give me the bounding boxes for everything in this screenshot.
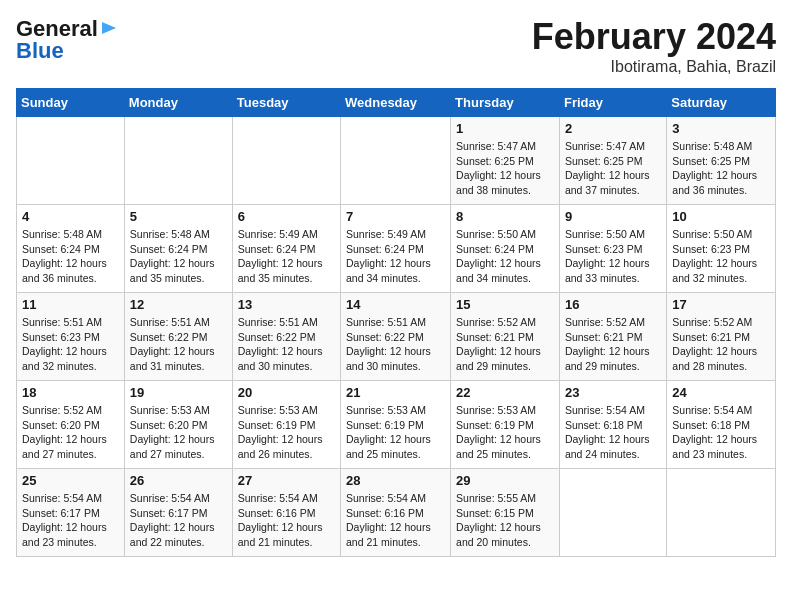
day-info: Sunrise: 5:53 AM Sunset: 6:19 PM Dayligh… (346, 403, 445, 462)
calendar-header-row: SundayMondayTuesdayWednesdayThursdayFrid… (17, 89, 776, 117)
calendar-cell: 15Sunrise: 5:52 AM Sunset: 6:21 PM Dayli… (451, 293, 560, 381)
day-of-week-header: Friday (559, 89, 666, 117)
day-number: 23 (565, 385, 661, 400)
svg-marker-0 (102, 22, 116, 34)
day-info: Sunrise: 5:54 AM Sunset: 6:18 PM Dayligh… (672, 403, 770, 462)
day-number: 19 (130, 385, 227, 400)
day-of-week-header: Sunday (17, 89, 125, 117)
calendar-cell: 29Sunrise: 5:55 AM Sunset: 6:15 PM Dayli… (451, 469, 560, 557)
day-number: 24 (672, 385, 770, 400)
day-info: Sunrise: 5:50 AM Sunset: 6:24 PM Dayligh… (456, 227, 554, 286)
day-info: Sunrise: 5:48 AM Sunset: 6:25 PM Dayligh… (672, 139, 770, 198)
calendar-week-row: 1Sunrise: 5:47 AM Sunset: 6:25 PM Daylig… (17, 117, 776, 205)
day-number: 21 (346, 385, 445, 400)
logo-arrow-icon (100, 19, 118, 37)
day-number: 20 (238, 385, 335, 400)
month-year-title: February 2024 (532, 16, 776, 58)
calendar-cell: 27Sunrise: 5:54 AM Sunset: 6:16 PM Dayli… (232, 469, 340, 557)
calendar-cell: 9Sunrise: 5:50 AM Sunset: 6:23 PM Daylig… (559, 205, 666, 293)
calendar-week-row: 25Sunrise: 5:54 AM Sunset: 6:17 PM Dayli… (17, 469, 776, 557)
day-info: Sunrise: 5:51 AM Sunset: 6:23 PM Dayligh… (22, 315, 119, 374)
day-info: Sunrise: 5:51 AM Sunset: 6:22 PM Dayligh… (346, 315, 445, 374)
day-of-week-header: Saturday (667, 89, 776, 117)
day-number: 3 (672, 121, 770, 136)
day-info: Sunrise: 5:52 AM Sunset: 6:21 PM Dayligh… (456, 315, 554, 374)
day-number: 16 (565, 297, 661, 312)
day-info: Sunrise: 5:51 AM Sunset: 6:22 PM Dayligh… (238, 315, 335, 374)
calendar-cell: 6Sunrise: 5:49 AM Sunset: 6:24 PM Daylig… (232, 205, 340, 293)
day-of-week-header: Wednesday (341, 89, 451, 117)
day-info: Sunrise: 5:54 AM Sunset: 6:16 PM Dayligh… (346, 491, 445, 550)
day-info: Sunrise: 5:55 AM Sunset: 6:15 PM Dayligh… (456, 491, 554, 550)
day-number: 12 (130, 297, 227, 312)
calendar-cell: 18Sunrise: 5:52 AM Sunset: 6:20 PM Dayli… (17, 381, 125, 469)
calendar-week-row: 18Sunrise: 5:52 AM Sunset: 6:20 PM Dayli… (17, 381, 776, 469)
calendar-cell: 1Sunrise: 5:47 AM Sunset: 6:25 PM Daylig… (451, 117, 560, 205)
logo: General Blue (16, 16, 118, 64)
day-of-week-header: Tuesday (232, 89, 340, 117)
calendar-cell (341, 117, 451, 205)
day-info: Sunrise: 5:49 AM Sunset: 6:24 PM Dayligh… (346, 227, 445, 286)
day-number: 25 (22, 473, 119, 488)
calendar-cell: 19Sunrise: 5:53 AM Sunset: 6:20 PM Dayli… (124, 381, 232, 469)
day-number: 13 (238, 297, 335, 312)
day-number: 2 (565, 121, 661, 136)
day-number: 15 (456, 297, 554, 312)
day-number: 27 (238, 473, 335, 488)
calendar-cell: 5Sunrise: 5:48 AM Sunset: 6:24 PM Daylig… (124, 205, 232, 293)
title-block: February 2024 Ibotirama, Bahia, Brazil (532, 16, 776, 76)
calendar-cell (124, 117, 232, 205)
calendar-cell: 4Sunrise: 5:48 AM Sunset: 6:24 PM Daylig… (17, 205, 125, 293)
day-number: 17 (672, 297, 770, 312)
calendar-cell: 23Sunrise: 5:54 AM Sunset: 6:18 PM Dayli… (559, 381, 666, 469)
day-info: Sunrise: 5:51 AM Sunset: 6:22 PM Dayligh… (130, 315, 227, 374)
day-info: Sunrise: 5:54 AM Sunset: 6:17 PM Dayligh… (130, 491, 227, 550)
day-number: 5 (130, 209, 227, 224)
day-number: 18 (22, 385, 119, 400)
day-number: 28 (346, 473, 445, 488)
day-number: 22 (456, 385, 554, 400)
day-info: Sunrise: 5:53 AM Sunset: 6:19 PM Dayligh… (456, 403, 554, 462)
calendar-cell: 3Sunrise: 5:48 AM Sunset: 6:25 PM Daylig… (667, 117, 776, 205)
day-number: 11 (22, 297, 119, 312)
calendar-cell: 13Sunrise: 5:51 AM Sunset: 6:22 PM Dayli… (232, 293, 340, 381)
calendar-cell: 20Sunrise: 5:53 AM Sunset: 6:19 PM Dayli… (232, 381, 340, 469)
day-number: 1 (456, 121, 554, 136)
day-number: 29 (456, 473, 554, 488)
calendar-cell (17, 117, 125, 205)
calendar-table: SundayMondayTuesdayWednesdayThursdayFrid… (16, 88, 776, 557)
day-of-week-header: Monday (124, 89, 232, 117)
day-info: Sunrise: 5:52 AM Sunset: 6:20 PM Dayligh… (22, 403, 119, 462)
calendar-week-row: 4Sunrise: 5:48 AM Sunset: 6:24 PM Daylig… (17, 205, 776, 293)
day-number: 14 (346, 297, 445, 312)
day-info: Sunrise: 5:50 AM Sunset: 6:23 PM Dayligh… (565, 227, 661, 286)
calendar-cell: 8Sunrise: 5:50 AM Sunset: 6:24 PM Daylig… (451, 205, 560, 293)
day-info: Sunrise: 5:53 AM Sunset: 6:19 PM Dayligh… (238, 403, 335, 462)
day-number: 10 (672, 209, 770, 224)
logo-blue-text: Blue (16, 38, 64, 64)
calendar-cell (232, 117, 340, 205)
calendar-cell: 16Sunrise: 5:52 AM Sunset: 6:21 PM Dayli… (559, 293, 666, 381)
calendar-cell: 7Sunrise: 5:49 AM Sunset: 6:24 PM Daylig… (341, 205, 451, 293)
calendar-cell (667, 469, 776, 557)
calendar-cell: 21Sunrise: 5:53 AM Sunset: 6:19 PM Dayli… (341, 381, 451, 469)
day-info: Sunrise: 5:48 AM Sunset: 6:24 PM Dayligh… (130, 227, 227, 286)
calendar-cell: 17Sunrise: 5:52 AM Sunset: 6:21 PM Dayli… (667, 293, 776, 381)
calendar-cell: 14Sunrise: 5:51 AM Sunset: 6:22 PM Dayli… (341, 293, 451, 381)
calendar-cell: 24Sunrise: 5:54 AM Sunset: 6:18 PM Dayli… (667, 381, 776, 469)
calendar-cell: 28Sunrise: 5:54 AM Sunset: 6:16 PM Dayli… (341, 469, 451, 557)
day-info: Sunrise: 5:54 AM Sunset: 6:18 PM Dayligh… (565, 403, 661, 462)
day-info: Sunrise: 5:53 AM Sunset: 6:20 PM Dayligh… (130, 403, 227, 462)
calendar-cell: 22Sunrise: 5:53 AM Sunset: 6:19 PM Dayli… (451, 381, 560, 469)
day-info: Sunrise: 5:54 AM Sunset: 6:16 PM Dayligh… (238, 491, 335, 550)
day-number: 8 (456, 209, 554, 224)
day-number: 4 (22, 209, 119, 224)
calendar-cell: 2Sunrise: 5:47 AM Sunset: 6:25 PM Daylig… (559, 117, 666, 205)
calendar-cell: 26Sunrise: 5:54 AM Sunset: 6:17 PM Dayli… (124, 469, 232, 557)
calendar-cell: 10Sunrise: 5:50 AM Sunset: 6:23 PM Dayli… (667, 205, 776, 293)
day-info: Sunrise: 5:54 AM Sunset: 6:17 PM Dayligh… (22, 491, 119, 550)
day-number: 26 (130, 473, 227, 488)
location-subtitle: Ibotirama, Bahia, Brazil (532, 58, 776, 76)
day-info: Sunrise: 5:50 AM Sunset: 6:23 PM Dayligh… (672, 227, 770, 286)
day-number: 7 (346, 209, 445, 224)
